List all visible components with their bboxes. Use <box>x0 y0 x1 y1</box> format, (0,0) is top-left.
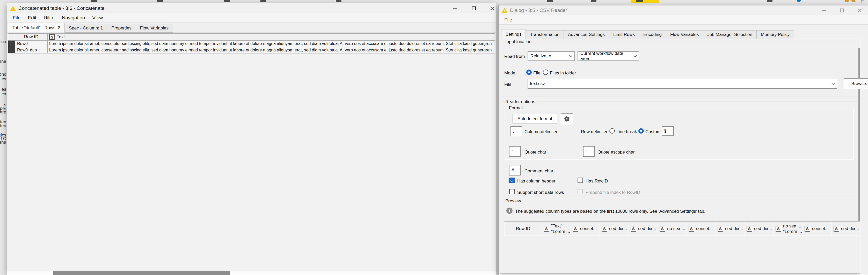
menu-view[interactable]: View <box>89 15 106 21</box>
column-header-rowid[interactable]: Row ID <box>15 34 48 40</box>
toolbar-icon[interactable] <box>547 0 553 2</box>
tab-transformation[interactable]: Transformation <box>526 30 564 39</box>
tab-settings[interactable]: Settings <box>501 29 526 39</box>
tab-table-default[interactable]: Table "default" - Rows: 2 <box>8 23 65 33</box>
toolbar-icon[interactable] <box>157 0 163 2</box>
warning-glyph: ! <box>502 9 507 13</box>
tab-memory-policy[interactable]: Memory Policy <box>757 30 794 39</box>
custom-row-delimiter-field[interactable]: § <box>662 126 674 136</box>
close-icon <box>858 8 862 13</box>
tab-properties[interactable]: Properties <box>107 24 136 33</box>
horizontal-scrollbar-thumb[interactable] <box>53 271 230 275</box>
table-row[interactable]: Row0 Lorem ipsum dolor sit amet, consete… <box>8 41 495 47</box>
preview-col[interactable]: Sconset... <box>803 221 832 236</box>
minimize-button[interactable] <box>447 3 463 13</box>
text-cell: Lorem ipsum dolor sit amet, consetetur s… <box>48 47 495 53</box>
file-path-combobox[interactable]: text.csv <box>528 79 837 89</box>
preview-col[interactable]: Ssed dia... <box>716 221 745 236</box>
mode-file-label[interactable]: File <box>533 71 540 76</box>
preview-col-rowid[interactable]: Row ID <box>504 221 542 236</box>
column-delimiter-field[interactable]: , <box>510 126 522 136</box>
preview-col[interactable]: Ssed dia... <box>832 221 860 236</box>
col-label: "Text" <box>551 223 570 229</box>
preview-col[interactable]: Ssed dia... <box>629 221 658 236</box>
autodetect-format-button[interactable]: Autodetect format <box>513 114 557 124</box>
tab-advanced-settings[interactable]: Advanced Settings <box>564 30 609 39</box>
comment-char-field[interactable]: # <box>509 165 521 175</box>
mode-file-radio[interactable] <box>526 70 532 75</box>
table-area: Row ID S Text Row0 Lorem ipsum dolor sit… <box>8 33 495 270</box>
toolbar-icon[interactable] <box>91 0 97 2</box>
tab-job-manager[interactable]: Job Manager Selection <box>703 30 757 39</box>
row-id-cell: Row0 <box>15 41 48 47</box>
has-rowid-checkbox[interactable] <box>578 178 583 183</box>
mode-label: Mode <box>504 71 516 76</box>
preview-col[interactable]: S"Text""Lorem ... <box>542 221 571 236</box>
preview-col[interactable]: Sno sea ... <box>658 221 687 236</box>
preview-col[interactable]: Sconset... <box>571 221 600 236</box>
maximize-button[interactable] <box>834 5 850 15</box>
clipped-text: les <box>1 76 6 82</box>
support-short-rows-checkbox[interactable] <box>509 189 515 194</box>
tab-flow-variables[interactable]: Flow Variables <box>666 30 703 39</box>
toolbar-icon[interactable] <box>224 0 230 2</box>
custom-delimiter-radio[interactable] <box>639 128 644 134</box>
workflow-area-value: Current workflow data area <box>580 51 631 61</box>
tab-spec[interactable]: Spec - Column: 1 <box>65 24 107 33</box>
autodetect-settings-button[interactable] <box>561 113 573 124</box>
toolbar-icon[interactable] <box>767 0 773 2</box>
help-icon[interactable] <box>797 0 801 2</box>
support-short-rows-label[interactable]: Support short data rows <box>517 190 564 195</box>
menu-file[interactable]: File <box>501 17 516 23</box>
toolbar-highlighted-button[interactable] <box>631 0 659 3</box>
maximize-button[interactable] <box>466 3 482 13</box>
preview-col[interactable]: Ssed dia... <box>745 221 774 236</box>
linebreak-label[interactable]: Line break <box>616 129 637 134</box>
mode-folder-radio[interactable] <box>543 70 548 75</box>
col-label: conset... <box>580 226 597 231</box>
read-from-dropdown[interactable]: Relative to <box>528 51 575 61</box>
horizontal-scrollbar[interactable] <box>7 271 496 275</box>
preview-col[interactable]: Sconset... <box>687 221 716 236</box>
preview-col[interactable]: Ssed dia... <box>600 221 629 236</box>
tab-encoding[interactable]: Encoding <box>639 30 666 39</box>
toolbar-icon[interactable] <box>336 0 341 2</box>
has-rowid-label[interactable]: Has RowID <box>586 179 608 184</box>
col-label: sed dia... <box>638 226 656 231</box>
custom-delimiter-label[interactable]: Custom <box>645 129 661 134</box>
table-row[interactable]: Row0_dup Lorem ipsum dolor sit amet, con… <box>8 47 495 54</box>
col-label: Row ID <box>516 226 530 231</box>
tab-limit-rows[interactable]: Limit Rows <box>609 30 639 39</box>
workflow-area-dropdown[interactable]: Current workflow data area <box>578 51 639 61</box>
toolbar-icon[interactable] <box>591 0 596 2</box>
menu-navigation[interactable]: Navigation <box>58 15 89 21</box>
browse-button[interactable]: Browse... <box>844 78 868 89</box>
minimize-icon <box>822 10 826 10</box>
dialog-title: Dialog - 3:5 - CSV Reader <box>510 7 567 13</box>
tab-flow-variables[interactable]: Flow Variables <box>136 24 173 33</box>
preview-col[interactable]: Sno sea ..."Lorem ... <box>774 221 803 236</box>
toolbar-icon[interactable] <box>260 0 266 2</box>
file-label: File <box>504 82 511 87</box>
close-icon <box>490 6 495 10</box>
linebreak-radio[interactable] <box>610 128 615 134</box>
column-delimiter-label: Column delimiter <box>525 129 558 134</box>
row-handle[interactable] <box>8 47 15 53</box>
vertical-scrollbar-thumb[interactable] <box>859 48 860 227</box>
table-window-tabbar: Table "default" - Rows: 2 Spec - Column:… <box>7 23 496 33</box>
minimize-button[interactable] <box>816 5 832 15</box>
quote-escape-field[interactable]: " <box>583 146 595 157</box>
close-button[interactable] <box>484 3 500 13</box>
menu-hilite[interactable]: Hilite <box>40 15 58 21</box>
has-column-header-label[interactable]: Has column header <box>517 179 555 184</box>
menu-file[interactable]: File <box>9 15 24 21</box>
mode-folder-label[interactable]: Files in folder <box>550 71 576 76</box>
quote-char-field[interactable]: " <box>509 146 521 157</box>
close-button[interactable] <box>851 5 867 15</box>
has-column-header-checkbox[interactable] <box>509 178 515 183</box>
format-label: Format <box>507 105 525 111</box>
column-header-text[interactable]: S Text <box>48 34 495 40</box>
chevron-down-icon <box>832 82 835 85</box>
row-handle[interactable] <box>8 41 15 47</box>
menu-edit[interactable]: Edit <box>24 15 40 21</box>
